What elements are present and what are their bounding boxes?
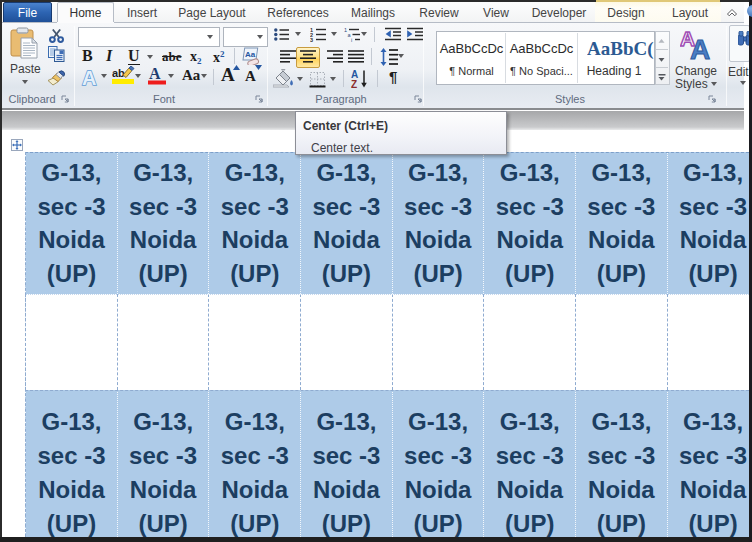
svg-text:Aa: Aa: [245, 50, 256, 59]
svg-text:A: A: [690, 34, 710, 61]
svg-text:3: 3: [310, 37, 313, 42]
svg-text:A: A: [82, 67, 96, 88]
svg-text:A: A: [149, 65, 161, 82]
svg-text:ab: ab: [112, 67, 125, 79]
svg-text:i: i: [351, 37, 352, 42]
svg-text:Z: Z: [351, 79, 357, 89]
